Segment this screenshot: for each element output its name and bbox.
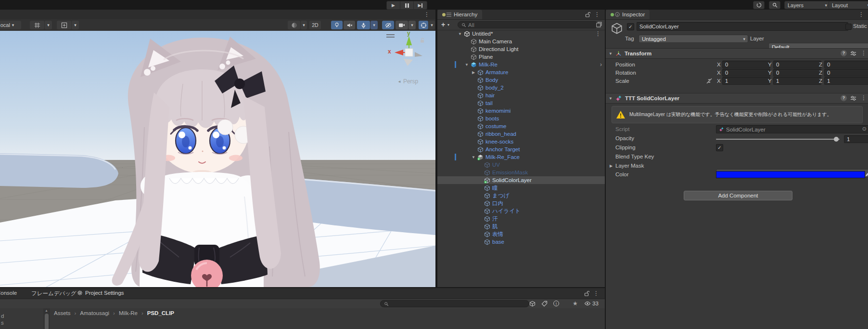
gameobject-name-field[interactable]: SolidColorLayer (637, 22, 848, 31)
hierarchy-item-item-22[interactable]: 口内 (437, 199, 605, 207)
create-object-button[interactable]: + (441, 21, 445, 28)
hierarchy-item-hair[interactable]: hair (437, 92, 605, 99)
hierarchy-search-input[interactable]: All (458, 21, 598, 28)
clipping-checkbox[interactable]: ✓ (716, 144, 723, 151)
hierarchy-item-body[interactable]: Body (437, 76, 605, 84)
hierarchy-item-ribbon-head[interactable]: ribbon_head (437, 130, 605, 138)
prefab-open-chevron-icon[interactable]: › (600, 61, 602, 68)
inspector-tab[interactable]: Inspector (606, 10, 650, 19)
step-button[interactable]: ▶ (414, 1, 427, 10)
version-control-button[interactable] (753, 1, 765, 9)
lock-icon[interactable] (584, 290, 589, 296)
hierarchy-item-milk-re-face[interactable]: ▼Milk-Re_Face (437, 153, 605, 161)
hierarchy-item-plane[interactable]: Plane (437, 53, 605, 61)
hierarchy-item-item-26[interactable]: 表情 (437, 230, 605, 238)
foldout-closed-icon[interactable]: ▶ (470, 70, 477, 75)
hierarchy-item-armature[interactable]: ▶Armature (437, 68, 605, 76)
shading-mode-button[interactable] (288, 21, 300, 29)
scene-lighting-toggle[interactable] (331, 21, 343, 29)
layers-dropdown[interactable]: Layers ▾ (784, 1, 830, 9)
link-scale-icon[interactable] (706, 78, 713, 84)
hierarchy-item-boots[interactable]: boots (437, 115, 605, 122)
tab-console[interactable]: Console (0, 290, 17, 296)
hierarchy-item-body-2[interactable]: body_2 (437, 84, 605, 92)
presets-icon[interactable] (850, 51, 856, 56)
help-icon[interactable]: ? (841, 50, 847, 56)
hierarchy-item-directional-light[interactable]: Directional Light (437, 45, 605, 53)
tab-frame-debug[interactable]: フレームデバッグ (31, 290, 77, 297)
layout-dropdown[interactable]: Layout ▾ (829, 1, 868, 9)
script-field[interactable]: SolidColorLayer ⊙ (716, 125, 868, 133)
help-icon[interactable]: ? (841, 95, 847, 101)
hierarchy-item-item-23[interactable]: ハイライト (437, 207, 605, 215)
breadcrumb-item-assets[interactable]: Assets (54, 310, 71, 316)
search-by-label-icon[interactable] (541, 301, 548, 307)
hierarchy-item-item-25[interactable]: 肌 (437, 223, 605, 230)
hierarchy-item-milk-re[interactable]: ▼Milk-Re› (437, 61, 605, 68)
persp-indicator[interactable]: ◄ Persp (397, 78, 418, 85)
scene-viewport[interactable]: y x ◄ Persp (0, 31, 435, 287)
eyedropper-icon[interactable] (865, 171, 868, 177)
kebab-menu-icon[interactable]: ⋮ (861, 50, 867, 56)
scene-visibility-toggle[interactable] (382, 21, 394, 29)
grid-snap-button[interactable] (30, 21, 44, 29)
hierarchy-item-uv[interactable]: UV (437, 161, 605, 169)
layer-mask-foldout-icon[interactable]: ▶ (610, 164, 613, 168)
camera-settings-button[interactable] (396, 21, 408, 29)
shading-mode-dropdown[interactable]: ▾ (301, 21, 307, 29)
kebab-menu-icon[interactable]: ⋮ (858, 12, 864, 17)
opacity-value-field[interactable]: 1 (844, 135, 868, 143)
gizmos-toggle[interactable] (419, 21, 428, 29)
gizmo-lock-icon[interactable] (420, 38, 425, 43)
hierarchy-item-costume[interactable]: costume (437, 122, 605, 130)
scene-audio-toggle[interactable] (344, 21, 355, 29)
scale-z-field[interactable]: 1 (824, 77, 868, 85)
package-visibility-icon[interactable] (529, 301, 536, 307)
project-search-input[interactable] (380, 300, 529, 307)
handle-orientation-button[interactable]: ocal ▾ (0, 21, 21, 29)
hierarchy-item-base[interactable]: base (437, 238, 605, 246)
open-in-window-icon[interactable] (596, 22, 602, 27)
tab-project-settings[interactable]: Project Settings (77, 290, 124, 296)
alert-icon[interactable]: ! (553, 301, 559, 306)
scale-x-field[interactable]: 1 (722, 77, 770, 85)
breadcrumb-item-psd-clip[interactable]: PSD_CLIP (147, 310, 174, 316)
hierarchy-tab[interactable]: Hierarchy (437, 10, 482, 19)
foldout-open-icon[interactable]: ▼ (457, 32, 463, 36)
transform-header[interactable]: ▼ Transform ? ⋮ (606, 48, 868, 59)
position-z-field[interactable]: 0 (824, 61, 868, 68)
camera-settings-dropdown[interactable]: ▾ (408, 21, 416, 29)
rotation-z-field[interactable]: 0 (824, 69, 868, 77)
tag-dropdown[interactable]: Untagged ▾ (638, 35, 748, 43)
pause-button[interactable] (400, 1, 414, 10)
effects-dropdown[interactable]: ▾ (370, 21, 378, 29)
2d-toggle-button[interactable]: 2D (309, 21, 321, 29)
effects-toggle[interactable] (357, 21, 370, 29)
foldout-open-icon[interactable]: ▼ (470, 155, 477, 159)
kebab-menu-icon[interactable]: ⋮ (861, 95, 867, 101)
hierarchy-item-solidcolorlayer[interactable]: SolidColorLayer (437, 176, 605, 184)
rotation-x-field[interactable]: 0 (722, 69, 770, 77)
kebab-menu-icon[interactable]: ⋮ (593, 290, 599, 296)
breadcrumb-item-amatousagi[interactable]: Amatousagi (80, 310, 109, 316)
breadcrumb-item-milk-re[interactable]: Milk-Re (119, 310, 138, 316)
favorites-star-icon[interactable]: ★ (573, 300, 578, 307)
hierarchy-item-untitled[interactable]: ▼Untitled*⋮ (437, 30, 605, 38)
object-picker-icon[interactable]: ⊙ (862, 126, 867, 132)
hierarchy-item-item-24[interactable]: 汗 (437, 215, 605, 223)
grid-snap-dropdown[interactable]: ▾ (45, 21, 52, 29)
position-y-field[interactable]: 0 (773, 61, 821, 68)
kebab-menu-icon[interactable]: ⋮ (595, 31, 601, 37)
snap-increment-button[interactable] (57, 21, 71, 29)
opacity-slider[interactable] (716, 139, 840, 140)
foldout-open-icon[interactable]: ▼ (463, 63, 470, 67)
hierarchy-item-emissionmask[interactable]: EmissionMask (437, 169, 605, 176)
hidden-visibility-icon[interactable] (584, 301, 591, 306)
presets-icon[interactable] (850, 95, 856, 101)
static-checkbox[interactable] (845, 24, 852, 30)
kebab-menu-icon[interactable]: ⋮ (424, 12, 430, 17)
active-checkbox[interactable]: ✓ (627, 23, 634, 30)
hierarchy-item-kemomimi[interactable]: kemomimi (437, 107, 605, 115)
foldout-arrow-icon[interactable]: ▼ (609, 52, 613, 56)
position-x-field[interactable]: 0 (722, 61, 770, 68)
